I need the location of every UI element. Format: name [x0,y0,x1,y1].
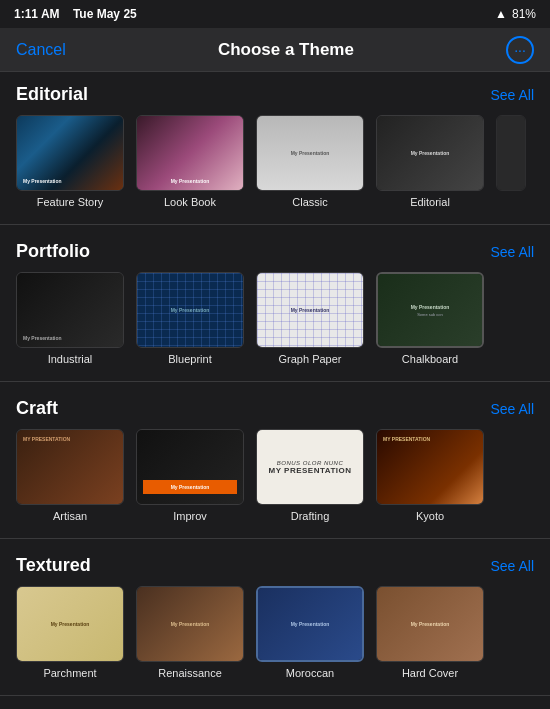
page-title: Choose a Theme [218,40,354,60]
drafting-label: Drafting [291,510,330,522]
theme-artisan[interactable]: MY PRESENTATION Artisan [16,429,124,522]
my-themes-section: My Themes B Lorem Ipsum Dolor ipsum sub … [0,700,550,709]
editorial-title: Editorial [16,84,88,105]
portfolio-see-all[interactable]: See All [490,244,534,260]
theme-parchment[interactable]: My Presentation Parchment [16,586,124,679]
theme-renaissance[interactable]: My Presentation Renaissance [136,586,244,679]
theme-editorial-extra[interactable] [496,115,526,208]
divider-4 [0,695,550,696]
theme-graph-paper[interactable]: My Presentation Graph Paper [256,272,364,365]
craft-header: Craft See All [0,386,550,425]
status-time: 1:11 AM [14,7,60,21]
theme-moroccan[interactable]: My Presentation Moroccan [256,586,364,679]
blueprint-label: Blueprint [168,353,211,365]
textured-see-all[interactable]: See All [490,558,534,574]
parchment-thumbnail: My Presentation [16,586,124,662]
textured-title: Textured [16,555,91,576]
graph-paper-label: Graph Paper [279,353,342,365]
improv-thumbnail: My Presentation [136,429,244,505]
kyoto-thumbnail: MY PRESENTATION [376,429,484,505]
craft-title: Craft [16,398,58,419]
divider-1 [0,224,550,225]
status-indicators: ▲ 81% [495,7,536,21]
look-book-label: Look Book [164,196,216,208]
parchment-label: Parchment [43,667,96,679]
divider-2 [0,381,550,382]
chalkboard-label: Chalkboard [402,353,458,365]
artisan-thumbnail: MY PRESENTATION [16,429,124,505]
craft-section: Craft See All MY PRESENTATION Artisan My… [0,386,550,534]
theme-feature-story[interactable]: My Presentation Feature Story [16,115,124,208]
theme-kyoto[interactable]: MY PRESENTATION Kyoto [376,429,484,522]
status-bar: 1:11 AM Tue May 25 ▲ 81% [0,0,550,28]
portfolio-header: Portfolio See All [0,229,550,268]
editorial-label: Editorial [410,196,450,208]
renaissance-thumbnail: My Presentation [136,586,244,662]
chalkboard-thumbnail: My Presentation Some sub con [376,272,484,348]
textured-thumbnails: My Presentation Parchment My Presentatio… [0,582,550,691]
moroccan-thumbnail: My Presentation [256,586,364,662]
editorial-header: Editorial See All [0,72,550,111]
editorial-section: Editorial See All My Presentation Featur… [0,72,550,220]
ellipsis-icon: ··· [514,42,526,58]
theme-classic[interactable]: My Presentation Classic [256,115,364,208]
blueprint-thumbnail: My Presentation [136,272,244,348]
craft-thumbnails: MY PRESENTATION Artisan My Presentation … [0,425,550,534]
kyoto-label: Kyoto [416,510,444,522]
look-book-thumbnail: My Presentation [136,115,244,191]
theme-chalkboard[interactable]: My Presentation Some sub con Chalkboard [376,272,484,365]
industrial-label: Industrial [48,353,93,365]
classic-label: Classic [292,196,327,208]
cancel-button[interactable]: Cancel [16,41,66,59]
main-content: Editorial See All My Presentation Featur… [0,72,550,709]
my-themes-header: My Themes [0,700,550,709]
classic-thumbnail: My Presentation [256,115,364,191]
feature-story-label: Feature Story [37,196,104,208]
artisan-label: Artisan [53,510,87,522]
wifi-icon: ▲ [495,7,507,21]
editorial-see-all[interactable]: See All [490,87,534,103]
industrial-thumbnail: My Presentation [16,272,124,348]
editorial-thumbnails: My Presentation Feature Story My Present… [0,111,550,220]
theme-look-book[interactable]: My Presentation Look Book [136,115,244,208]
portfolio-section: Portfolio See All My Presentation Indust… [0,229,550,377]
navigation-bar: Cancel Choose a Theme ··· [0,28,550,72]
portfolio-title: Portfolio [16,241,90,262]
improv-label: Improv [173,510,207,522]
craft-see-all[interactable]: See All [490,401,534,417]
hard-cover-thumbnail: My Presentation [376,586,484,662]
drafting-thumbnail: BONUS OLOR NUNC MY PRESENTATION [256,429,364,505]
theme-blueprint[interactable]: My Presentation Blueprint [136,272,244,365]
battery-icon: 81% [512,7,536,21]
textured-section: Textured See All My Presentation Parchme… [0,543,550,691]
divider-3 [0,538,550,539]
extra-thumbnail [496,115,526,191]
editorial-thumbnail: My Presentation [376,115,484,191]
hard-cover-label: Hard Cover [402,667,458,679]
textured-header: Textured See All [0,543,550,582]
portfolio-thumbnails: My Presentation Industrial My Presentati… [0,268,550,377]
moroccan-label: Moroccan [286,667,334,679]
theme-improv[interactable]: My Presentation Improv [136,429,244,522]
theme-hard-cover[interactable]: My Presentation Hard Cover [376,586,484,679]
status-time-date: 1:11 AM Tue May 25 [14,7,137,21]
renaissance-label: Renaissance [158,667,222,679]
feature-story-thumbnail: My Presentation [16,115,124,191]
graph-paper-thumbnail: My Presentation [256,272,364,348]
status-date: Tue May 25 [73,7,137,21]
more-button[interactable]: ··· [506,36,534,64]
theme-editorial[interactable]: My Presentation Editorial [376,115,484,208]
theme-drafting[interactable]: BONUS OLOR NUNC MY PRESENTATION Drafting [256,429,364,522]
theme-industrial[interactable]: My Presentation Industrial [16,272,124,365]
